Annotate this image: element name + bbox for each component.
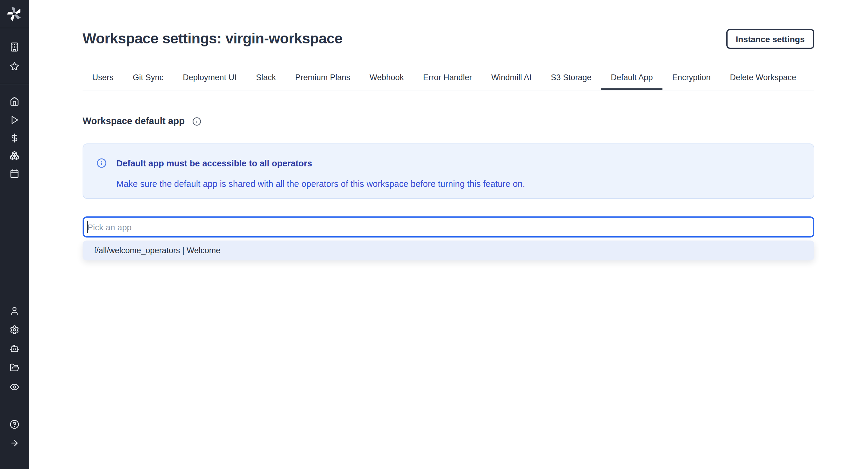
settings-tabs: Users Git Sync Deployment UI Slack Premi… bbox=[83, 67, 814, 90]
tab-slack[interactable]: Slack bbox=[246, 67, 285, 90]
tab-delete-workspace[interactable]: Delete Workspace bbox=[720, 67, 806, 90]
app-picker-dropdown: f/all/welcome_operators | Welcome bbox=[83, 241, 814, 260]
tab-deployment-ui[interactable]: Deployment UI bbox=[173, 67, 247, 90]
boxes-icon[interactable] bbox=[10, 151, 19, 160]
section-heading: Workspace default app bbox=[83, 116, 185, 127]
arrow-right-icon[interactable] bbox=[10, 438, 19, 448]
play-icon[interactable] bbox=[10, 115, 19, 125]
tab-webhook[interactable]: Webhook bbox=[360, 67, 413, 90]
app-option[interactable]: f/all/welcome_operators | Welcome bbox=[83, 241, 814, 260]
folder-open-icon[interactable] bbox=[10, 363, 19, 373]
robot-icon[interactable] bbox=[10, 344, 19, 353]
sidebar-divider bbox=[0, 84, 29, 84]
dollar-icon[interactable] bbox=[10, 133, 19, 143]
app-picker bbox=[83, 216, 814, 238]
building-icon[interactable] bbox=[10, 42, 19, 52]
star-icon[interactable] bbox=[10, 61, 19, 71]
instance-settings-button[interactable]: Instance settings bbox=[726, 29, 814, 49]
tab-premium-plans[interactable]: Premium Plans bbox=[285, 67, 360, 90]
section-heading-row: Workspace default app bbox=[83, 116, 202, 127]
workspace-settings-page: Workspace settings: virgin-workspace Ins… bbox=[0, 0, 868, 469]
windmill-logo-icon bbox=[7, 6, 22, 22]
windmill-logo[interactable] bbox=[0, 0, 29, 28]
alert-message: Make sure the default app is shared with… bbox=[116, 179, 799, 189]
info-alert: Default app must be accessible to all op… bbox=[83, 144, 814, 199]
alert-title: Default app must be accessible to all op… bbox=[116, 159, 799, 168]
settings-icon[interactable] bbox=[10, 325, 19, 335]
app-picker-input[interactable] bbox=[83, 216, 814, 238]
tab-default-app[interactable]: Default App bbox=[601, 67, 663, 90]
tab-git-sync[interactable]: Git Sync bbox=[123, 67, 173, 90]
info-icon[interactable] bbox=[193, 117, 202, 126]
tab-s3-storage[interactable]: S3 Storage bbox=[541, 67, 601, 90]
help-icon[interactable] bbox=[10, 419, 19, 429]
sidebar bbox=[0, 0, 29, 469]
info-circle-icon bbox=[96, 158, 107, 168]
tab-error-handler[interactable]: Error Handler bbox=[413, 67, 482, 90]
tab-windmill-ai[interactable]: Windmill AI bbox=[482, 67, 541, 90]
tab-users[interactable]: Users bbox=[83, 67, 123, 90]
tab-encryption[interactable]: Encryption bbox=[662, 67, 720, 90]
calendar-icon[interactable] bbox=[10, 169, 19, 179]
page-title: Workspace settings: virgin-workspace bbox=[83, 30, 342, 47]
home-icon[interactable] bbox=[10, 96, 19, 106]
user-icon[interactable] bbox=[10, 306, 19, 316]
eye-icon[interactable] bbox=[10, 382, 19, 392]
